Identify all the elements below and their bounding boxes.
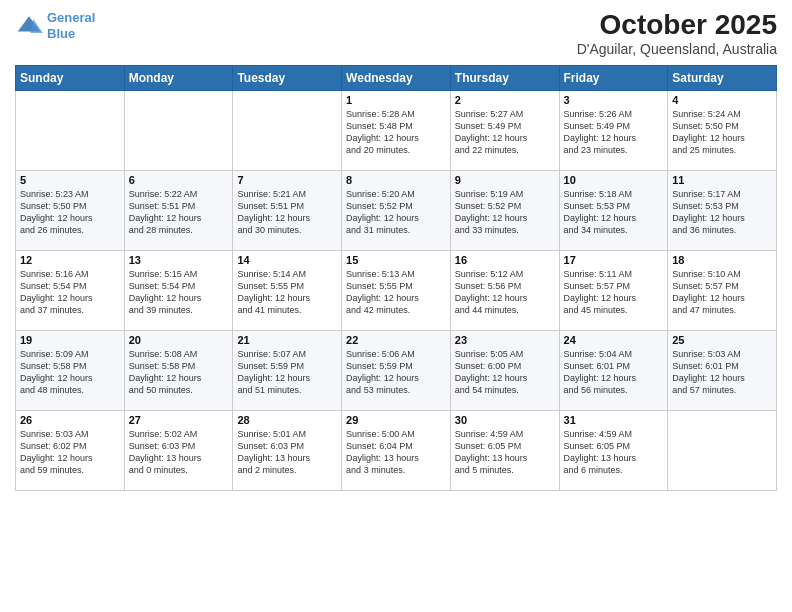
day-info: Sunrise: 5:24 AM Sunset: 5:50 PM Dayligh…	[672, 108, 772, 157]
day-info: Sunrise: 4:59 AM Sunset: 6:05 PM Dayligh…	[455, 428, 555, 477]
calendar-cell: 29Sunrise: 5:00 AM Sunset: 6:04 PM Dayli…	[342, 410, 451, 490]
day-number: 20	[129, 334, 229, 346]
calendar-table: SundayMondayTuesdayWednesdayThursdayFrid…	[15, 65, 777, 491]
logo-line2: Blue	[47, 26, 75, 41]
day-info: Sunrise: 5:16 AM Sunset: 5:54 PM Dayligh…	[20, 268, 120, 317]
day-number: 30	[455, 414, 555, 426]
day-number: 14	[237, 254, 337, 266]
day-number: 8	[346, 174, 446, 186]
day-number: 12	[20, 254, 120, 266]
day-info: Sunrise: 5:28 AM Sunset: 5:48 PM Dayligh…	[346, 108, 446, 157]
day-info: Sunrise: 5:08 AM Sunset: 5:58 PM Dayligh…	[129, 348, 229, 397]
calendar-header-tuesday: Tuesday	[233, 65, 342, 90]
day-number: 18	[672, 254, 772, 266]
calendar-header-monday: Monday	[124, 65, 233, 90]
calendar-cell: 13Sunrise: 5:15 AM Sunset: 5:54 PM Dayli…	[124, 250, 233, 330]
calendar-cell: 18Sunrise: 5:10 AM Sunset: 5:57 PM Dayli…	[668, 250, 777, 330]
calendar-cell: 1Sunrise: 5:28 AM Sunset: 5:48 PM Daylig…	[342, 90, 451, 170]
calendar-cell: 16Sunrise: 5:12 AM Sunset: 5:56 PM Dayli…	[450, 250, 559, 330]
day-info: Sunrise: 5:11 AM Sunset: 5:57 PM Dayligh…	[564, 268, 664, 317]
day-info: Sunrise: 5:03 AM Sunset: 6:02 PM Dayligh…	[20, 428, 120, 477]
day-info: Sunrise: 5:01 AM Sunset: 6:03 PM Dayligh…	[237, 428, 337, 477]
day-info: Sunrise: 5:00 AM Sunset: 6:04 PM Dayligh…	[346, 428, 446, 477]
header: General Blue October 2025 D'Aguilar, Que…	[15, 10, 777, 57]
logo: General Blue	[15, 10, 95, 41]
day-info: Sunrise: 5:07 AM Sunset: 5:59 PM Dayligh…	[237, 348, 337, 397]
day-number: 28	[237, 414, 337, 426]
day-number: 4	[672, 94, 772, 106]
calendar-cell: 22Sunrise: 5:06 AM Sunset: 5:59 PM Dayli…	[342, 330, 451, 410]
calendar-cell: 31Sunrise: 4:59 AM Sunset: 6:05 PM Dayli…	[559, 410, 668, 490]
calendar-cell: 6Sunrise: 5:22 AM Sunset: 5:51 PM Daylig…	[124, 170, 233, 250]
calendar-cell: 8Sunrise: 5:20 AM Sunset: 5:52 PM Daylig…	[342, 170, 451, 250]
calendar-cell	[233, 90, 342, 170]
day-number: 31	[564, 414, 664, 426]
day-info: Sunrise: 5:03 AM Sunset: 6:01 PM Dayligh…	[672, 348, 772, 397]
calendar-cell: 30Sunrise: 4:59 AM Sunset: 6:05 PM Dayli…	[450, 410, 559, 490]
page: General Blue October 2025 D'Aguilar, Que…	[0, 0, 792, 612]
day-number: 16	[455, 254, 555, 266]
location-subtitle: D'Aguilar, Queensland, Australia	[577, 41, 777, 57]
calendar-cell: 23Sunrise: 5:05 AM Sunset: 6:00 PM Dayli…	[450, 330, 559, 410]
calendar-cell: 4Sunrise: 5:24 AM Sunset: 5:50 PM Daylig…	[668, 90, 777, 170]
day-number: 29	[346, 414, 446, 426]
day-number: 15	[346, 254, 446, 266]
day-info: Sunrise: 5:12 AM Sunset: 5:56 PM Dayligh…	[455, 268, 555, 317]
calendar-cell: 9Sunrise: 5:19 AM Sunset: 5:52 PM Daylig…	[450, 170, 559, 250]
day-number: 22	[346, 334, 446, 346]
day-number: 7	[237, 174, 337, 186]
calendar-cell	[16, 90, 125, 170]
day-info: Sunrise: 5:02 AM Sunset: 6:03 PM Dayligh…	[129, 428, 229, 477]
day-info: Sunrise: 5:06 AM Sunset: 5:59 PM Dayligh…	[346, 348, 446, 397]
calendar-cell	[668, 410, 777, 490]
day-info: Sunrise: 5:26 AM Sunset: 5:49 PM Dayligh…	[564, 108, 664, 157]
calendar-cell: 10Sunrise: 5:18 AM Sunset: 5:53 PM Dayli…	[559, 170, 668, 250]
day-info: Sunrise: 5:27 AM Sunset: 5:49 PM Dayligh…	[455, 108, 555, 157]
calendar-cell: 15Sunrise: 5:13 AM Sunset: 5:55 PM Dayli…	[342, 250, 451, 330]
day-number: 26	[20, 414, 120, 426]
day-number: 9	[455, 174, 555, 186]
calendar-cell: 24Sunrise: 5:04 AM Sunset: 6:01 PM Dayli…	[559, 330, 668, 410]
day-number: 19	[20, 334, 120, 346]
day-info: Sunrise: 5:23 AM Sunset: 5:50 PM Dayligh…	[20, 188, 120, 237]
calendar-cell: 21Sunrise: 5:07 AM Sunset: 5:59 PM Dayli…	[233, 330, 342, 410]
calendar-cell: 3Sunrise: 5:26 AM Sunset: 5:49 PM Daylig…	[559, 90, 668, 170]
day-info: Sunrise: 5:21 AM Sunset: 5:51 PM Dayligh…	[237, 188, 337, 237]
calendar-cell	[124, 90, 233, 170]
calendar-header-wednesday: Wednesday	[342, 65, 451, 90]
day-info: Sunrise: 5:20 AM Sunset: 5:52 PM Dayligh…	[346, 188, 446, 237]
day-info: Sunrise: 5:18 AM Sunset: 5:53 PM Dayligh…	[564, 188, 664, 237]
day-info: Sunrise: 5:13 AM Sunset: 5:55 PM Dayligh…	[346, 268, 446, 317]
calendar-header-thursday: Thursday	[450, 65, 559, 90]
calendar-header-friday: Friday	[559, 65, 668, 90]
day-info: Sunrise: 4:59 AM Sunset: 6:05 PM Dayligh…	[564, 428, 664, 477]
calendar-cell: 7Sunrise: 5:21 AM Sunset: 5:51 PM Daylig…	[233, 170, 342, 250]
calendar-week-row: 26Sunrise: 5:03 AM Sunset: 6:02 PM Dayli…	[16, 410, 777, 490]
calendar-cell: 11Sunrise: 5:17 AM Sunset: 5:53 PM Dayli…	[668, 170, 777, 250]
calendar-cell: 20Sunrise: 5:08 AM Sunset: 5:58 PM Dayli…	[124, 330, 233, 410]
day-info: Sunrise: 5:10 AM Sunset: 5:57 PM Dayligh…	[672, 268, 772, 317]
calendar-week-row: 5Sunrise: 5:23 AM Sunset: 5:50 PM Daylig…	[16, 170, 777, 250]
calendar-week-row: 19Sunrise: 5:09 AM Sunset: 5:58 PM Dayli…	[16, 330, 777, 410]
day-number: 17	[564, 254, 664, 266]
day-number: 2	[455, 94, 555, 106]
day-number: 3	[564, 94, 664, 106]
calendar-cell: 25Sunrise: 5:03 AM Sunset: 6:01 PM Dayli…	[668, 330, 777, 410]
calendar-cell: 27Sunrise: 5:02 AM Sunset: 6:03 PM Dayli…	[124, 410, 233, 490]
day-number: 21	[237, 334, 337, 346]
day-number: 13	[129, 254, 229, 266]
calendar-header-row: SundayMondayTuesdayWednesdayThursdayFrid…	[16, 65, 777, 90]
calendar-cell: 12Sunrise: 5:16 AM Sunset: 5:54 PM Dayli…	[16, 250, 125, 330]
day-number: 1	[346, 94, 446, 106]
calendar-cell: 17Sunrise: 5:11 AM Sunset: 5:57 PM Dayli…	[559, 250, 668, 330]
calendar-cell: 19Sunrise: 5:09 AM Sunset: 5:58 PM Dayli…	[16, 330, 125, 410]
day-number: 11	[672, 174, 772, 186]
logo-text: General Blue	[47, 10, 95, 41]
month-title: October 2025	[577, 10, 777, 41]
logo-line1: General	[47, 10, 95, 25]
calendar-week-row: 1Sunrise: 5:28 AM Sunset: 5:48 PM Daylig…	[16, 90, 777, 170]
day-info: Sunrise: 5:05 AM Sunset: 6:00 PM Dayligh…	[455, 348, 555, 397]
day-number: 27	[129, 414, 229, 426]
day-info: Sunrise: 5:09 AM Sunset: 5:58 PM Dayligh…	[20, 348, 120, 397]
calendar-cell: 5Sunrise: 5:23 AM Sunset: 5:50 PM Daylig…	[16, 170, 125, 250]
